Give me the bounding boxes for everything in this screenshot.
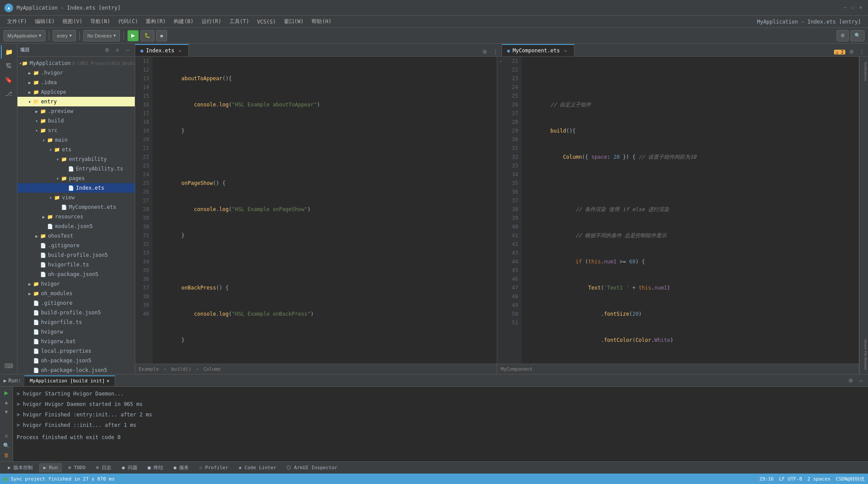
footer-tab-services[interactable]: ● 服务 xyxy=(169,463,193,473)
tree-item-resources[interactable]: ▶ 📁 resources xyxy=(17,212,135,222)
tab-close-index[interactable]: ✕ xyxy=(177,48,183,54)
left-editor-content[interactable]: 11 12 13 14 15 16 17 18 19 20 21 22 23 2… xyxy=(135,57,497,364)
panel-settings-btn[interactable]: ⚙ xyxy=(103,46,111,55)
footer-tab-codelinter[interactable]: ◈ Code Linter xyxy=(234,463,280,473)
project-btn[interactable]: MyApplication ▾ xyxy=(3,30,45,41)
tree-item-entryability[interactable]: ▾ 📁 entryability xyxy=(17,154,135,164)
tab-index-ets[interactable]: ● Index.ets ✕ xyxy=(135,44,189,56)
run-filter-btn[interactable]: ≡ xyxy=(2,432,11,440)
menu-vcs[interactable]: VCS(S) xyxy=(253,18,279,26)
tree-item-appscope[interactable]: ▶ 📁 AppScope xyxy=(17,87,135,97)
tree-item-hvigorw-bat[interactable]: 📄 hvigorw.bat xyxy=(17,337,135,346)
menu-navigate[interactable]: 导航(N) xyxy=(87,17,114,26)
left-tab-split-btn[interactable]: ⋮ xyxy=(491,48,500,56)
run-close-btn[interactable]: ─ xyxy=(857,376,865,385)
footer-tab-profiler[interactable]: ☉ Profiler xyxy=(195,463,232,473)
footer-tab-run[interactable]: ▶ Run xyxy=(39,463,62,473)
tree-item-idea[interactable]: ▶ 📁 .idea xyxy=(17,78,135,87)
tree-item-local-properties[interactable]: 📄 local.properties xyxy=(17,346,135,356)
run-config-close[interactable]: ✕ xyxy=(106,378,109,384)
settings-button[interactable]: ⚙ xyxy=(837,30,849,41)
right-code-area[interactable]: // 自定义子组件 build(){ Column({ space: 20 })… xyxy=(522,57,859,364)
tree-item-hvigorfile2[interactable]: 📄 hvigorfile.ts xyxy=(17,317,135,327)
tree-item-hvigor2[interactable]: ▶ 📁 hvigor xyxy=(17,279,135,289)
breadcrumb-example[interactable]: Example xyxy=(139,366,159,372)
tree-item-preview[interactable]: ▶ 📁 .preview xyxy=(17,106,135,116)
menu-tools[interactable]: 工具(T) xyxy=(226,17,253,26)
menu-view[interactable]: 视图(V) xyxy=(59,17,86,26)
footer-tab-arkui[interactable]: ⬡ ArkUI Inspector xyxy=(282,463,342,473)
run-trash-btn[interactable]: 🗑 xyxy=(2,451,11,460)
panel-collapse-btn[interactable]: ─ xyxy=(123,46,132,55)
breadcrumb-build[interactable]: build() xyxy=(171,366,191,372)
notifications-btn[interactable]: Notifications xyxy=(861,58,868,85)
tree-item-module-json[interactable]: 📄 module.json5 xyxy=(17,222,135,231)
tree-item-ohpackage1[interactable]: 📄 oh-package.json5 xyxy=(17,269,135,279)
bookmarks-btn[interactable]: 🔖 xyxy=(1,73,17,86)
tree-item-hvigorfile[interactable]: 📄 hvigorfile.ts xyxy=(17,260,135,269)
tree-item-entryability-ts[interactable]: 📄 EntryAbility.ts xyxy=(17,164,135,174)
tree-item-pages[interactable]: ▾ 📁 pages xyxy=(17,174,135,183)
breadcrumb-mycomponent[interactable]: MyComponent xyxy=(501,366,533,372)
tree-item-ohpackage2[interactable]: 📄 oh-package.json5 xyxy=(17,356,135,365)
entry-btn[interactable]: entry ▾ xyxy=(53,30,75,41)
footer-tab-version[interactable]: ▶ 版本控制 xyxy=(3,463,37,473)
close-button[interactable]: ✕ xyxy=(858,5,864,11)
tree-item-ohmodules[interactable]: ▶ 📁 oh_modules xyxy=(17,289,135,298)
debug-button[interactable]: 🐛 xyxy=(140,30,154,41)
run-settings-btn[interactable]: ⚙ xyxy=(846,376,855,385)
menu-edit[interactable]: 编辑(E) xyxy=(31,17,58,26)
tree-item-ohostest[interactable]: ▶ 📁 ohosTest xyxy=(17,231,135,241)
tree-item-index-ets[interactable]: 📄 Index.ets xyxy=(17,183,135,193)
left-code-area[interactable]: aboutToAppear(){ console.log("HSL Exampl… xyxy=(153,57,497,364)
tree-item-hvigor[interactable]: ▶ 📁 .hvigor xyxy=(17,68,135,78)
footer-tab-log[interactable]: ≡ 日志 xyxy=(92,463,116,473)
right-tab-split-btn[interactable]: ⋮ xyxy=(858,48,866,56)
breadcrumb-column[interactable]: Column xyxy=(203,366,221,372)
tree-item-gitignore2[interactable]: 📄 .gitignore xyxy=(17,298,135,308)
status-position[interactable]: 29:16 xyxy=(759,476,774,482)
run-config-tab[interactable]: MyApplication [build init] ✕ xyxy=(24,375,115,386)
tree-item-build[interactable]: ▾ 📁 build xyxy=(17,116,135,126)
status-encoding[interactable]: LF UTF-8 xyxy=(779,476,802,482)
run-play-btn[interactable]: ▶ xyxy=(2,389,11,397)
tree-item-buildprofile2[interactable]: 📄 build-profile.json5 xyxy=(17,308,135,317)
tab-close-mycomponent[interactable]: ✕ xyxy=(563,48,569,54)
device-file-browser-btn[interactable]: Device File Browser xyxy=(861,337,868,372)
git-btn[interactable]: ⎇ xyxy=(1,87,17,100)
panel-filter-btn[interactable]: ≡ xyxy=(113,46,122,55)
run-down-btn[interactable]: ▼ xyxy=(2,408,11,416)
menu-file[interactable]: 文件(F) xyxy=(3,17,31,26)
tree-item-mycomponent[interactable]: 📄 MyComponent.ets xyxy=(17,202,135,212)
footer-tab-problems[interactable]: ● 问题 xyxy=(117,463,141,473)
right-editor-content[interactable]: ✓ 21 22 23 24 25 26 27 28 29 30 31 xyxy=(497,57,859,364)
footer-tab-todo[interactable]: ≡ TODO xyxy=(64,463,90,473)
minimize-button[interactable]: ─ xyxy=(842,5,848,11)
run-up-btn[interactable]: ▲ xyxy=(2,398,11,407)
project-tree-btn[interactable]: 📁 xyxy=(1,45,17,58)
menu-build[interactable]: 构建(B) xyxy=(170,17,197,26)
right-tab-settings-btn[interactable]: ⚙ xyxy=(847,48,856,56)
menu-help[interactable]: 帮助(H) xyxy=(308,17,335,26)
tree-item-ets[interactable]: ▾ 📁 ets xyxy=(17,145,135,154)
maximize-button[interactable]: □ xyxy=(850,5,856,11)
tree-item-ohpackagelock[interactable]: 📄 oh-package-lock.json5 xyxy=(17,365,135,374)
tree-item-buildprofile1[interactable]: 📄 build-profile.json5 xyxy=(17,250,135,260)
menu-window[interactable]: 窗口(W) xyxy=(280,17,308,26)
tree-item-entry[interactable]: ▾ 📁 entry xyxy=(17,97,135,106)
left-tab-settings-btn[interactable]: ⚙ xyxy=(481,48,489,56)
tree-item-view[interactable]: ▾ 📁 view xyxy=(17,193,135,202)
stop-button[interactable]: ■ xyxy=(156,30,167,41)
tab-mycomponent-ets[interactable]: ● MyComponent.ets ✕ xyxy=(502,44,574,56)
terminal-btn[interactable]: ⌨ xyxy=(1,359,17,372)
structure-btn[interactable]: 🏗 xyxy=(1,59,17,72)
devices-button[interactable]: No Devices ▾ xyxy=(83,30,120,41)
status-indent[interactable]: 2 spaces xyxy=(807,476,830,482)
menu-code[interactable]: 代码(C) xyxy=(115,17,142,26)
footer-tab-terminal[interactable]: ■ 终结 xyxy=(144,463,167,473)
tree-item-src[interactable]: ▾ 📁 src xyxy=(17,126,135,135)
menu-refactor[interactable]: 重构(R) xyxy=(142,17,169,26)
run-search-btn[interactable]: 🔍 xyxy=(2,441,11,450)
tree-item-hvigorw[interactable]: 📄 hvigorw xyxy=(17,327,135,337)
tree-item-main[interactable]: ▾ 📁 main xyxy=(17,135,135,145)
